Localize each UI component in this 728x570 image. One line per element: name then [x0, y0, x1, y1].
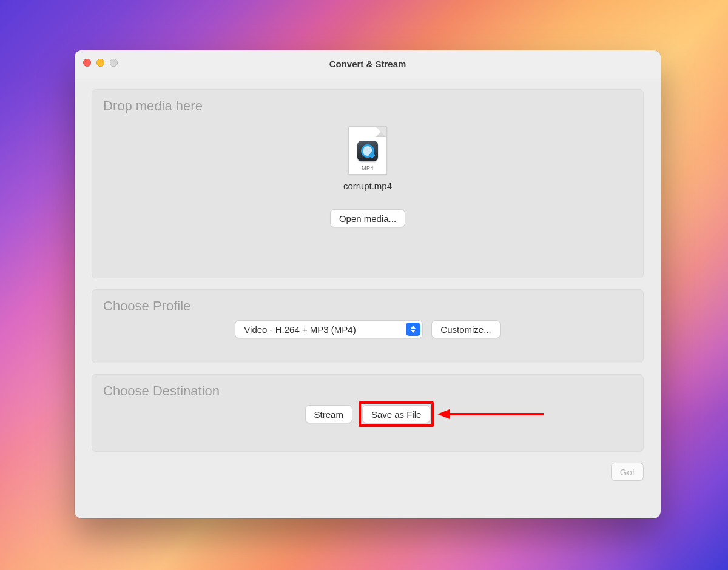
- window-traffic-lights: [83, 59, 118, 67]
- file-name-label: corrupt.mp4: [343, 181, 392, 191]
- window-footer: Go!: [75, 463, 661, 481]
- profile-select[interactable]: Video - H.264 + MP3 (MP4): [235, 320, 423, 338]
- quicktime-icon: [357, 141, 378, 161]
- choose-profile-panel: Choose Profile Video - H.264 + MP3 (MP4)…: [92, 289, 644, 363]
- open-media-button[interactable]: Open media...: [330, 209, 405, 227]
- file-extension-label: MP4: [362, 165, 374, 171]
- media-file-icon[interactable]: MP4: [348, 126, 387, 175]
- profile-row: Video - H.264 + MP3 (MP4) Customize...: [103, 320, 632, 338]
- window-titlebar: Convert & Stream: [75, 50, 661, 78]
- destination-row: Stream Save as File: [103, 405, 632, 423]
- go-button: Go!: [611, 463, 644, 481]
- convert-stream-window: Convert & Stream Drop media here MP4 cor…: [75, 50, 661, 518]
- window-minimize-button[interactable]: [96, 59, 104, 67]
- choose-destination-panel: Choose Destination Stream Save as File: [92, 374, 644, 452]
- drop-media-heading: Drop media here: [103, 98, 632, 114]
- profile-select-value: Video - H.264 + MP3 (MP4): [244, 324, 356, 335]
- select-stepper-icon: [406, 323, 420, 336]
- quicktime-glyph-icon: [361, 144, 374, 158]
- choose-destination-heading: Choose Destination: [103, 383, 632, 399]
- drop-area[interactable]: MP4 corrupt.mp4 Open media...: [103, 118, 632, 227]
- window-content: Drop media here MP4 corrupt.mp4 Open med…: [75, 78, 661, 459]
- customize-button[interactable]: Customize...: [431, 320, 500, 338]
- window-close-button[interactable]: [83, 59, 91, 67]
- window-title: Convert & Stream: [75, 59, 661, 69]
- stream-button[interactable]: Stream: [305, 405, 352, 423]
- window-zoom-button[interactable]: [110, 59, 118, 67]
- save-as-file-button[interactable]: Save as File: [362, 405, 431, 423]
- drop-media-panel[interactable]: Drop media here MP4 corrupt.mp4 Open med…: [92, 89, 644, 278]
- choose-profile-heading: Choose Profile: [103, 298, 632, 314]
